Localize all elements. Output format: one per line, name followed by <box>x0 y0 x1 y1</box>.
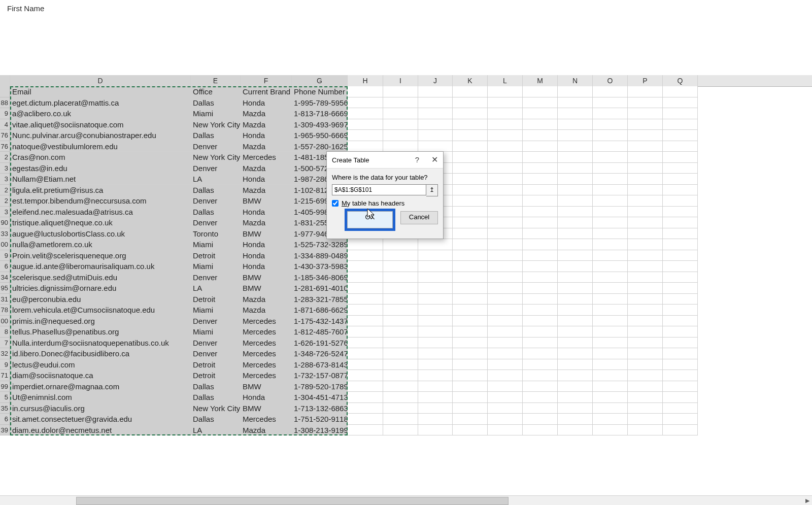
cell[interactable]: 1-751-520-9118 <box>292 414 348 425</box>
cell[interactable] <box>488 185 523 196</box>
cell[interactable] <box>523 141 558 152</box>
cell[interactable]: 1-871-686-6629 <box>292 305 348 316</box>
cell[interactable]: Denver <box>191 141 241 152</box>
horizontal-scrollbar[interactable]: ▶ <box>0 495 812 505</box>
cell[interactable] <box>523 392 558 403</box>
cell[interactable] <box>418 359 453 371</box>
cell[interactable] <box>348 338 383 349</box>
cell[interactable] <box>488 414 523 425</box>
cell[interactable] <box>523 174 558 185</box>
cell[interactable] <box>523 359 558 371</box>
cell[interactable] <box>628 86 663 97</box>
cell[interactable] <box>348 403 383 414</box>
row-header[interactable]: 6 <box>0 261 10 272</box>
cell[interactable] <box>593 185 628 196</box>
cell[interactable] <box>453 174 488 185</box>
cell[interactable] <box>383 381 418 392</box>
cell[interactable] <box>348 283 383 294</box>
cell[interactable]: Mercedes <box>241 316 292 327</box>
cell[interactable]: Honda <box>241 174 292 185</box>
row-header[interactable]: 95 <box>0 283 10 294</box>
cell[interactable] <box>593 217 628 228</box>
cell[interactable] <box>488 86 523 97</box>
cell[interactable] <box>488 141 523 152</box>
cell[interactable] <box>453 163 488 174</box>
cell[interactable] <box>628 141 663 152</box>
cell[interactable]: vitae.aliquet@sociisnatoque.com <box>10 119 191 130</box>
row-header[interactable]: 33 <box>0 228 10 240</box>
cell[interactable] <box>558 326 593 338</box>
worksheet-grid[interactable]: EmailOfficeCurrent BrandPhone Number88eg… <box>0 86 812 435</box>
row-header[interactable]: 9 <box>0 108 10 119</box>
cell[interactable]: 1-348-726-5247 <box>292 348 348 359</box>
cell[interactable] <box>488 130 523 141</box>
cancel-button[interactable]: Cancel <box>400 211 438 224</box>
cell[interactable] <box>418 130 453 141</box>
cell[interactable]: Denver <box>191 217 241 228</box>
cell[interactable] <box>383 414 418 425</box>
cell[interactable] <box>628 130 663 141</box>
cell[interactable]: sit.amet.consectetuer@gravida.edu <box>10 414 191 425</box>
row-header[interactable]: 99 <box>0 381 10 392</box>
cell[interactable]: Nunc.pulvinar.arcu@conubianostraper.edu <box>10 130 191 141</box>
cell[interactable] <box>663 272 698 283</box>
cell[interactable]: Mazda <box>241 185 292 196</box>
cell[interactable] <box>488 174 523 185</box>
cell[interactable] <box>663 207 698 218</box>
row-header[interactable]: 2 <box>0 185 10 196</box>
cell[interactable] <box>628 403 663 414</box>
cell[interactable]: lectus@eudui.com <box>10 359 191 371</box>
column-header-J[interactable]: J <box>418 75 453 86</box>
cell[interactable]: 1-965-950-6669 <box>292 130 348 141</box>
cell[interactable] <box>383 97 418 109</box>
cell[interactable]: Mazda <box>241 141 292 152</box>
cell[interactable] <box>453 305 488 316</box>
cell[interactable] <box>453 228 488 240</box>
cell[interactable] <box>348 261 383 272</box>
cell[interactable] <box>453 316 488 327</box>
cell[interactable]: tristique.aliquet@neque.co.uk <box>10 217 191 228</box>
cell[interactable]: Miami <box>191 108 241 119</box>
cell[interactable] <box>453 272 488 283</box>
cell[interactable]: Denver <box>191 348 241 359</box>
cell[interactable] <box>418 294 453 305</box>
cell[interactable] <box>663 392 698 403</box>
cell[interactable] <box>558 152 593 163</box>
cell[interactable] <box>418 141 453 152</box>
cell[interactable] <box>558 414 593 425</box>
cell[interactable] <box>558 283 593 294</box>
cell[interactable] <box>558 305 593 316</box>
row-header[interactable]: 00 <box>0 316 10 327</box>
cell[interactable] <box>453 414 488 425</box>
cell[interactable] <box>663 305 698 316</box>
cell[interactable]: augue.id.ante@liberomaurisaliquam.co.uk <box>10 261 191 272</box>
cell[interactable] <box>488 316 523 327</box>
cell[interactable] <box>418 338 453 349</box>
cell[interactable] <box>488 108 523 119</box>
cell[interactable]: egestas@in.edu <box>10 163 191 174</box>
close-icon[interactable]: ✕ <box>426 152 443 168</box>
cell[interactable]: New York City <box>191 152 241 163</box>
cell[interactable]: 1-283-321-7855 <box>292 294 348 305</box>
cell[interactable] <box>453 119 488 130</box>
row-header[interactable]: 71 <box>0 370 10 381</box>
cell[interactable] <box>488 163 523 174</box>
cell[interactable]: Dallas <box>191 130 241 141</box>
cell[interactable] <box>453 326 488 338</box>
cell[interactable]: est.tempor.bibendum@neccursusa.com <box>10 195 191 207</box>
cell[interactable]: Denver <box>191 272 241 283</box>
cell[interactable] <box>418 305 453 316</box>
cell[interactable] <box>488 207 523 218</box>
cell[interactable]: New York City <box>191 403 241 414</box>
cell[interactable] <box>593 130 628 141</box>
cell[interactable] <box>593 141 628 152</box>
cell[interactable] <box>663 130 698 141</box>
cell[interactable]: Cras@non.com <box>10 152 191 163</box>
cell[interactable] <box>663 348 698 359</box>
row-header[interactable]: 6 <box>0 414 10 425</box>
cell[interactable] <box>593 261 628 272</box>
cell[interactable] <box>558 217 593 228</box>
cell[interactable] <box>488 370 523 381</box>
cell[interactable]: Mercedes <box>241 359 292 371</box>
cell[interactable]: scelerisque.sed@utmiDuis.edu <box>10 272 191 283</box>
